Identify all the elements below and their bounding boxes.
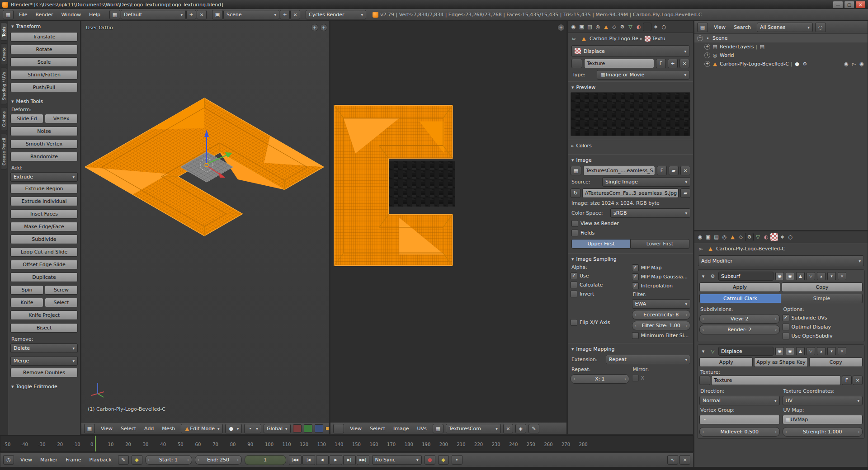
render-engine-selector[interactable]: Cycles Render: [306, 10, 366, 19]
tool-button[interactable]: Make Edge/Face: [10, 222, 78, 231]
tool-menu[interactable]: Merge: [10, 356, 78, 366]
region-expand-icon[interactable]: +: [320, 24, 327, 31]
data-context-icon[interactable]: [627, 23, 634, 31]
open-image-button[interactable]: [680, 188, 690, 198]
breadcrumb-texture[interactable]: Textu: [652, 36, 665, 42]
layout-browse-icon[interactable]: [109, 10, 120, 19]
outliner-row-scene[interactable]: − Scene: [694, 34, 868, 42]
panel-image-mapping[interactable]: Image Mapping: [571, 344, 690, 354]
texcoord-selector[interactable]: UV: [783, 396, 863, 405]
search-icon[interactable]: [815, 23, 826, 32]
alpha-use-checkbox[interactable]: Use: [571, 272, 629, 280]
jump-to-start-button[interactable]: |◀◀: [289, 455, 302, 465]
fields-checkbox[interactable]: Fields: [571, 228, 690, 238]
midlevel-field[interactable]: Midlevel: 0.500: [699, 427, 780, 437]
unlink-texture-button[interactable]: [679, 59, 689, 68]
add-modifier-dropdown[interactable]: Add Modifier: [698, 255, 864, 266]
keyframe-insert-icon[interactable]: [438, 455, 449, 465]
tool-button[interactable]: Spin: [10, 285, 43, 295]
viewport-menu-item[interactable]: View: [97, 424, 116, 433]
info-menu-item[interactable]: Help: [85, 10, 104, 19]
fake-user-button[interactable]: F: [656, 59, 666, 68]
alpha-calculate-checkbox[interactable]: Calculate: [571, 281, 629, 289]
tab-grease-pencil[interactable]: Grease Pencil: [1, 134, 7, 169]
tool-menu[interactable]: Delete: [10, 343, 78, 353]
image-unlink-button[interactable]: [680, 166, 690, 175]
physics-context-icon[interactable]: [787, 233, 794, 241]
repeat-x-field[interactable]: X: 1: [571, 374, 629, 384]
sync-mode-selector[interactable]: No Sync: [372, 455, 422, 465]
layers-context-icon[interactable]: [586, 23, 594, 31]
material-context-icon[interactable]: [635, 23, 642, 31]
next-keyframe-button[interactable]: ▶|: [343, 455, 356, 465]
autokey-icon[interactable]: [118, 455, 129, 465]
fake-user-button[interactable]: F: [842, 376, 852, 385]
interpolation-checkbox[interactable]: Interpolation: [632, 282, 691, 290]
texture-name-field[interactable]: Texture: [584, 59, 654, 68]
modifier-name-field[interactable]: Subsurf: [718, 272, 774, 281]
modifier-name-field[interactable]: Displace: [718, 347, 774, 356]
info-menu-item[interactable]: Render: [32, 10, 57, 19]
copy-button[interactable]: Copy: [782, 282, 863, 292]
cage-toggle-icon[interactable]: ▽: [807, 347, 815, 355]
texture-context-icon[interactable]: [643, 23, 651, 31]
panel-image-sampling[interactable]: Image Sampling: [571, 254, 690, 264]
layers-widget[interactable]: [326, 427, 330, 430]
timeline-ruler[interactable]: -50-40-30-20-100102030405060708090100110…: [0, 435, 693, 452]
tool-button[interactable]: Knife: [10, 298, 43, 307]
flip-axis-checkbox[interactable]: Flip X/Y Axis: [571, 319, 629, 326]
texture-slot-selector[interactable]: Displace: [571, 45, 689, 57]
eccentricity-field[interactable]: Eccentricity: 8: [632, 310, 691, 320]
outliner-item-label[interactable]: RenderLayers: [720, 44, 754, 50]
uvmap-field[interactable]: UVMap: [783, 415, 863, 424]
render-toggle-icon[interactable]: ◉: [775, 272, 784, 280]
graph-icon[interactable]: [667, 455, 678, 465]
colorspace-selector[interactable]: sRGB: [610, 208, 690, 218]
move-up-icon[interactable]: [817, 272, 826, 280]
pivot-selector[interactable]: [244, 424, 261, 433]
layout-delete-button[interactable]: [197, 10, 207, 19]
data-context-icon[interactable]: [754, 233, 762, 241]
timeline-menu-item[interactable]: Frame: [62, 456, 85, 464]
outliner-item-label[interactable]: Carbon-Ply-Logo-Bevelled-C: [720, 61, 789, 67]
tool-button[interactable]: Extrude Region: [10, 184, 78, 193]
info-menu-item[interactable]: File: [15, 10, 31, 19]
outliner-item-label[interactable]: Scene: [712, 35, 728, 41]
selectability-toggle-icon[interactable]: [851, 60, 857, 68]
delete-modifier-icon[interactable]: [838, 272, 846, 280]
tool-button[interactable]: Bisect: [10, 323, 78, 333]
keying-options-icon[interactable]: [452, 455, 462, 465]
filter-size-field[interactable]: Filter Size: 1.00: [632, 321, 691, 330]
tab-create[interactable]: Create: [1, 43, 7, 65]
close-button[interactable]: ×: [855, 1, 866, 9]
layers-context-icon[interactable]: [712, 233, 720, 241]
tool-button[interactable]: Randomize: [10, 152, 78, 161]
play-button[interactable]: ▶: [330, 455, 342, 465]
play-reverse-button[interactable]: ◀: [316, 455, 329, 465]
panel-image[interactable]: Image: [571, 155, 690, 165]
manipulator-rotate-icon[interactable]: [304, 424, 312, 432]
viewport-shading-selector[interactable]: [225, 424, 242, 433]
move-down-icon[interactable]: [827, 347, 836, 355]
tool-button[interactable]: Remove Doubles: [10, 368, 78, 377]
editor-type-icon[interactable]: [3, 10, 14, 19]
optimal-display-checkbox[interactable]: Optimal Display: [783, 323, 863, 331]
uv-menu-item[interactable]: Image: [390, 424, 412, 433]
collapse-icon[interactable]: [699, 348, 707, 355]
start-frame-field[interactable]: Start: 1: [145, 455, 192, 465]
current-frame-field[interactable]: 1: [245, 455, 286, 465]
render-subdivisions-field[interactable]: Render: 2: [699, 325, 780, 334]
maximize-button[interactable]: ▢: [844, 1, 854, 9]
apply-button[interactable]: Apply: [699, 282, 780, 292]
mode-selector[interactable]: Edit Mode: [181, 424, 222, 433]
render-context-icon[interactable]: [696, 233, 704, 241]
current-frame-playhead[interactable]: [95, 436, 96, 451]
outliner-row-renderlayers[interactable]: + RenderLayers |: [694, 42, 868, 51]
visibility-toggle-icon[interactable]: [843, 60, 849, 68]
panel-toggle-editmode[interactable]: Toggle Editmode: [10, 382, 78, 391]
constraints-context-icon[interactable]: [737, 233, 745, 241]
world-context-icon[interactable]: [594, 23, 602, 31]
expand-icon[interactable]: +: [704, 44, 710, 50]
uv-image-editor[interactable]: + ViewSelectImageUVs TexturesCom: [330, 21, 567, 435]
editmode-toggle-icon[interactable]: ▲: [796, 347, 805, 355]
